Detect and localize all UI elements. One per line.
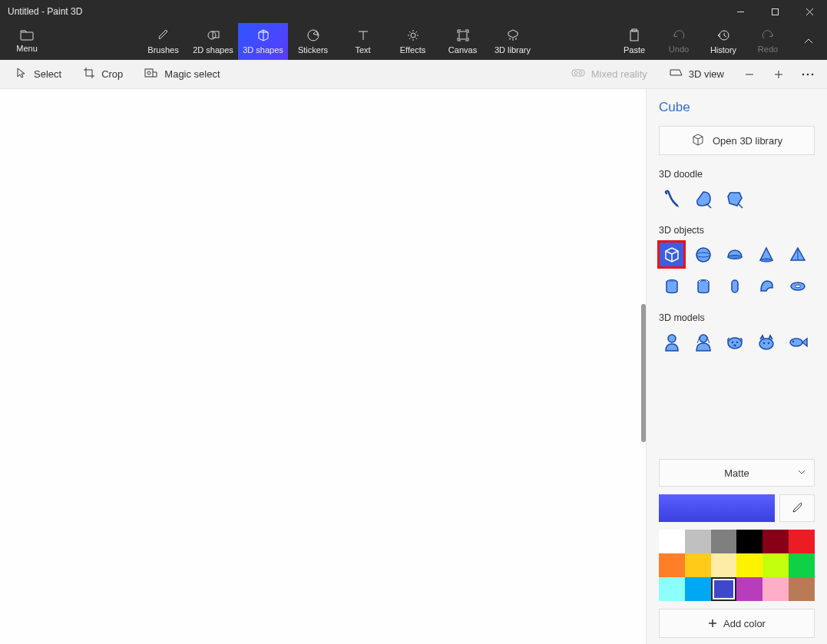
palette-swatch[interactable] (659, 577, 685, 601)
palette-swatch[interactable] (789, 553, 815, 577)
object-cone[interactable] (753, 242, 779, 267)
menu-button[interactable]: Menu (0, 23, 54, 60)
shapes2d-icon (207, 28, 220, 44)
close-button[interactable] (792, 0, 827, 23)
tab-label: 3D library (495, 45, 531, 54)
open-3d-library-button[interactable]: Open 3D library (659, 126, 815, 155)
minimize-button[interactable] (723, 0, 758, 23)
redo-button[interactable]: Redo (746, 23, 790, 60)
paste-label: Paste (624, 45, 645, 54)
palette-swatch[interactable] (736, 530, 762, 553)
object-tube[interactable] (690, 273, 716, 299)
collapse-ribbon-button[interactable] (790, 23, 827, 60)
object-hemisphere[interactable] (722, 242, 747, 267)
model-dog[interactable] (722, 329, 747, 355)
tab-2dshapes[interactable]: 2D shapes (188, 23, 238, 60)
object-capsule[interactable] (722, 273, 747, 299)
mixedreality-icon (571, 68, 585, 81)
palette-swatch[interactable] (789, 530, 815, 553)
tab-stickers[interactable]: Stickers (288, 23, 338, 60)
palette-swatch[interactable] (736, 577, 762, 601)
palette-swatch[interactable] (685, 530, 711, 553)
svg-point-17 (579, 71, 582, 74)
palette-swatch[interactable] (659, 530, 685, 553)
palette-swatch[interactable] (711, 577, 737, 601)
object-torus[interactable] (785, 273, 810, 299)
tab-label: 3D shapes (243, 45, 283, 54)
palette-swatch[interactable] (711, 530, 737, 553)
crop-icon (83, 67, 95, 81)
tab-effects[interactable]: Effects (388, 23, 438, 60)
chevron-up-icon (802, 35, 815, 48)
model-man[interactable] (659, 329, 684, 355)
object-pyramid[interactable] (785, 242, 810, 267)
ribbon: Menu Brushes 2D shapes 3D shapes Sticker… (0, 23, 827, 60)
model-woman[interactable] (690, 329, 716, 355)
object-curved[interactable] (753, 273, 779, 299)
doodle-soft[interactable] (690, 186, 716, 211)
panel-title: Cube (659, 100, 815, 115)
paste-button[interactable]: Paste (612, 23, 657, 60)
object-sphere[interactable] (690, 242, 716, 267)
palette-swatch[interactable] (685, 553, 711, 577)
tab-canvas[interactable]: Canvas (438, 23, 488, 60)
maximize-button[interactable] (758, 0, 792, 23)
palette-swatch[interactable] (762, 577, 789, 601)
history-button[interactable]: History (701, 23, 746, 60)
material-dropdown[interactable]: Matte (659, 459, 815, 487)
svg-point-40 (759, 339, 773, 349)
minus-icon (744, 69, 755, 80)
zoom-in-button[interactable] (766, 63, 792, 86)
redo-icon (761, 29, 775, 43)
doodle-sharp[interactable] (722, 186, 747, 211)
palette-swatch[interactable] (685, 577, 711, 601)
cursor-icon (15, 67, 28, 81)
svg-point-26 (728, 255, 742, 259)
object-cylinder[interactable] (659, 273, 684, 299)
object-cube[interactable] (659, 242, 684, 267)
svg-point-27 (760, 259, 772, 262)
library-icon (506, 28, 520, 44)
eyedropper-button[interactable] (779, 494, 815, 522)
open-lib-label: Open 3D library (713, 135, 782, 147)
more-button[interactable] (795, 63, 821, 86)
history-icon (716, 28, 730, 44)
svg-point-37 (731, 341, 733, 343)
palette-swatch[interactable] (711, 553, 737, 577)
side-panel: Cube Open 3D library 3D doodle 3D object… (646, 89, 827, 644)
tab-text[interactable]: Text (338, 23, 388, 60)
undo-icon (672, 29, 686, 43)
model-fish[interactable] (785, 329, 810, 355)
scrollbar-thumb[interactable] (641, 304, 646, 442)
zoom-out-button[interactable] (736, 63, 762, 86)
svg-point-34 (668, 335, 676, 342)
text-icon (356, 28, 370, 44)
add-color-button[interactable]: Add color (659, 609, 815, 638)
svg-point-43 (790, 339, 802, 346)
svg-rect-9 (459, 31, 467, 39)
palette-swatch[interactable] (736, 553, 762, 577)
ellipsis-icon (802, 73, 814, 76)
current-color-swatch[interactable] (659, 494, 775, 522)
svg-rect-15 (572, 70, 584, 76)
tab-brushes[interactable]: Brushes (138, 23, 188, 60)
palette-swatch[interactable] (762, 530, 789, 553)
cube-outline-icon (691, 133, 705, 149)
svg-point-16 (574, 71, 577, 74)
tab-3dlibrary[interactable]: 3D library (488, 23, 538, 60)
doodle-row (659, 186, 815, 211)
canvas-area[interactable] (0, 89, 646, 644)
select-tool[interactable]: Select (6, 64, 71, 84)
magic-select-tool[interactable]: Magic select (135, 64, 229, 84)
undo-button[interactable]: Undo (657, 23, 701, 60)
model-cat[interactable] (753, 329, 779, 355)
tab-3dshapes[interactable]: 3D shapes (238, 23, 288, 60)
crop-tool[interactable]: Crop (74, 64, 132, 84)
doodle-tube[interactable] (659, 186, 684, 211)
palette-swatch[interactable] (762, 553, 789, 577)
svg-point-33 (795, 285, 800, 288)
palette-swatch[interactable] (789, 577, 815, 601)
svg-point-24 (696, 248, 710, 262)
3dview-button[interactable]: 3D view (660, 64, 733, 84)
palette-swatch[interactable] (659, 553, 685, 577)
